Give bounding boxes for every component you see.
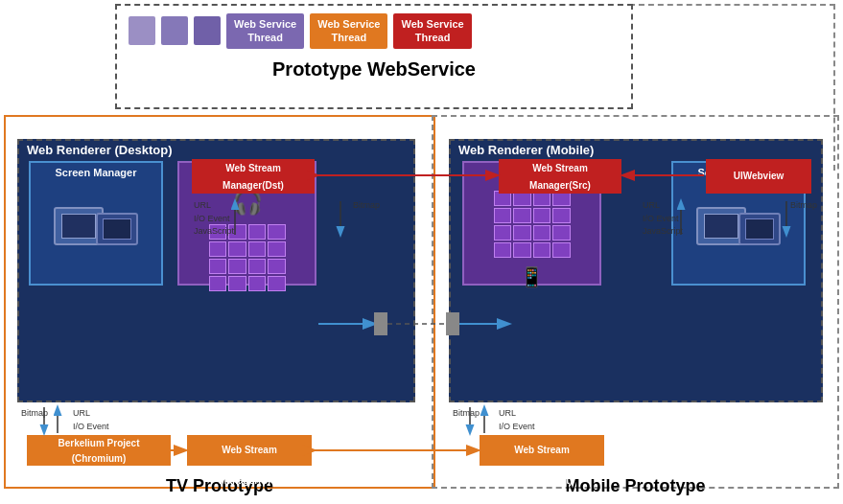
web-stream-dst-bottom-box: Web StreamManager(Dst): [480, 435, 604, 466]
thread-block-3: [194, 16, 221, 45]
thread-block-2: [161, 16, 188, 45]
proto-webservice-box: Web ServiceThread Web ServiceThread Web …: [115, 4, 633, 109]
bitmap-label-tv-top: Bitmap: [353, 199, 380, 213]
screen-manager-tv-label: Screen Manager: [31, 163, 161, 183]
bitmap-label-tv-bottom: Bitmap: [21, 407, 48, 421]
url-io-label-tv-top: URLI/O EventJavaScript: [194, 199, 234, 239]
thread-label-purple: Web ServiceThread: [226, 13, 304, 49]
thread-block-1: [129, 16, 155, 45]
mobile-renderer-label: Web Renderer (Mobile): [458, 143, 829, 157]
url-io-label-mobile-top: URLI/O EventJavaScript: [643, 199, 683, 239]
berkelium-box: Berkelium Project(Chromium): [27, 435, 171, 466]
main-container: Web ServiceThread Web ServiceThread Web …: [0, 0, 843, 504]
ui-webview-box: UIWebview: [706, 159, 811, 194]
thread-label-orange: Web ServiceThread: [310, 13, 387, 49]
bitmap-label-mobile-top: Bitmap: [790, 199, 817, 213]
web-stream-src-bottom-box: Web StreamManager(Src): [187, 435, 312, 466]
web-stream-dst-box: Web StreamManager(Dst): [192, 159, 315, 194]
mobile-icon: 📱: [464, 265, 599, 288]
proto-webservice-title: Prototype WebService: [117, 58, 631, 80]
io-grid-mobile: [494, 191, 571, 258]
screen-manager-mobile-icon: [673, 183, 804, 260]
thread-label-red: Web ServiceThread: [393, 13, 471, 49]
bitmap-label-mobile-bottom: Bitmap: [453, 407, 480, 421]
screen-manager-tv: Screen Manager: [29, 161, 163, 286]
threads-row: Web ServiceThread Web ServiceThread Web …: [117, 6, 631, 53]
mobile-prototype-label: Mobile Prototype: [432, 476, 839, 496]
tv-renderer-label: Web Renderer (Desktop): [27, 143, 421, 157]
web-stream-src-box: Web StreamManager(Src): [499, 159, 621, 194]
screen-manager-tv-icon: [31, 183, 161, 260]
